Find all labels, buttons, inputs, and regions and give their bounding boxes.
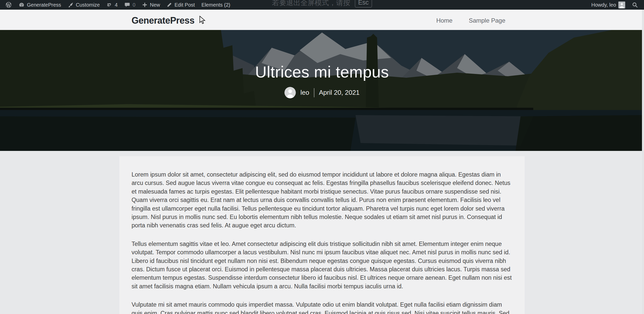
- page-hero: Ultrices mi tempus leo April 20, 2021: [0, 30, 644, 151]
- search-icon: [632, 2, 638, 8]
- edit-pencil-icon: [167, 2, 172, 8]
- admin-bar-site-name-label: GeneratePress: [27, 2, 61, 8]
- admin-bar-comments[interactable]: 0: [121, 0, 139, 10]
- admin-bar-howdy-label: Howdy, leo: [591, 2, 616, 8]
- post-content-card: Lorem ipsum dolor sit amet, consectetur …: [119, 156, 525, 314]
- admin-bar-customize[interactable]: Customize: [65, 0, 103, 10]
- post-paragraph: Vulputate mi sit amet mauris commodo qui…: [132, 301, 512, 314]
- updates-icon: [106, 2, 112, 8]
- admin-bar-left-group: GeneratePress Customize 4 0 New: [0, 0, 234, 10]
- nav-item-home[interactable]: Home: [436, 17, 453, 24]
- admin-bar-updates-count: 4: [115, 2, 118, 8]
- author-avatar[interactable]: [284, 87, 296, 98]
- dashboard-icon: [19, 2, 25, 8]
- comments-icon: [124, 2, 130, 8]
- admin-bar-customize-label: Customize: [76, 2, 100, 8]
- post-byline: leo April 20, 2021: [0, 87, 644, 98]
- admin-bar-elements-label: Elements (2): [201, 2, 230, 8]
- post-date: April 20, 2021: [319, 89, 360, 97]
- admin-bar-edit-post-label: Edit Post: [174, 2, 195, 8]
- site-header: GeneratePress Home Sample Page: [0, 10, 644, 30]
- esc-key-badge: Esc: [355, 0, 372, 8]
- fullscreen-exit-message: 若要退出全屏模式，请按: [272, 0, 350, 8]
- wp-admin-bar: GeneratePress Customize 4 0 New: [0, 0, 644, 10]
- wp-logo-menu[interactable]: [2, 0, 15, 10]
- admin-bar-new[interactable]: New: [139, 0, 163, 10]
- nav-item-sample-page[interactable]: Sample Page: [469, 17, 505, 24]
- admin-bar-updates[interactable]: 4: [103, 0, 121, 10]
- byline-divider: [314, 88, 314, 97]
- admin-bar-right-group: Howdy, leo: [588, 0, 644, 10]
- plus-icon: [142, 2, 148, 8]
- post-paragraph: Lorem ipsum dolor sit amet, consectetur …: [132, 170, 512, 230]
- admin-bar-search[interactable]: [629, 0, 641, 10]
- admin-bar-comments-count: 0: [133, 2, 135, 8]
- user-avatar: [618, 2, 625, 8]
- admin-bar-new-label: New: [150, 2, 160, 8]
- admin-bar-edit-post[interactable]: Edit Post: [163, 0, 198, 10]
- wordpress-logo-icon: [5, 2, 12, 8]
- author-name[interactable]: leo: [300, 89, 309, 97]
- scrollbar-track[interactable]: [642, 10, 644, 314]
- admin-bar-elements[interactable]: Elements (2): [198, 0, 233, 10]
- fullscreen-exit-toast: 若要退出全屏模式，请按 Esc: [272, 0, 372, 8]
- post-paragraph: Tellus elementum sagittis vitae et leo. …: [132, 240, 512, 291]
- site-title[interactable]: GeneratePress: [132, 15, 195, 26]
- post-title: Ultrices mi tempus: [0, 62, 644, 81]
- paintbrush-icon: [68, 2, 74, 8]
- admin-bar-site-name[interactable]: GeneratePress: [15, 0, 65, 10]
- primary-navigation: Home Sample Page: [436, 11, 505, 30]
- admin-bar-my-account[interactable]: Howdy, leo: [588, 0, 629, 10]
